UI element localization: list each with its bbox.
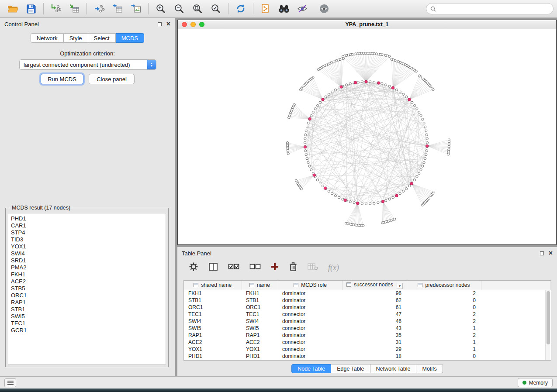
mcds-result-item[interactable]: TID3 [11, 236, 163, 243]
tab-network[interactable]: Network [31, 33, 64, 43]
apply-layout-icon[interactable] [232, 2, 250, 16]
scrollbar-thumb[interactable] [547, 291, 550, 344]
save-session-icon[interactable] [22, 2, 40, 16]
cell-shared-name[interactable]: STB1 [184, 297, 242, 304]
table-row[interactable]: SWI5SWI5connector431 [184, 325, 551, 332]
cell-successor-nodes[interactable]: 35 [343, 332, 407, 339]
deselect-all-icon[interactable] [249, 262, 261, 273]
mcds-result-item[interactable]: ORC1 [11, 292, 163, 299]
zoom-fit-icon[interactable] [188, 2, 207, 16]
float-panel-icon[interactable] [158, 22, 162, 26]
column-header-shared-name[interactable]: shared name [184, 281, 242, 290]
column-header-mcds-role[interactable]: MCDS role [278, 281, 343, 290]
table-row[interactable]: SWI4SWI4dominator462 [184, 318, 551, 325]
show-columns-icon[interactable] [208, 262, 218, 273]
tab-style[interactable]: Style [64, 33, 88, 43]
cell-mcds-role[interactable]: connector [278, 346, 343, 353]
cell-predecessor-nodes[interactable]: 1 [407, 339, 481, 346]
cell-predecessor-nodes[interactable]: 0 [407, 304, 481, 311]
table-row[interactable]: TEC1TEC1connector472 [184, 311, 551, 318]
delete-column-icon[interactable] [289, 262, 298, 273]
mcds-result-item[interactable]: STP4 [11, 229, 163, 236]
tab-node-table[interactable]: Node Table [291, 364, 331, 373]
table-row[interactable]: ORC1ORC1dominator610 [184, 304, 551, 311]
cell-name[interactable]: SWI4 [242, 318, 278, 325]
cell-shared-name[interactable]: PHD1 [184, 353, 242, 360]
column-header-predecessor-nodes[interactable]: predecessor nodes [407, 281, 481, 290]
close-panel-button[interactable]: Close panel [89, 74, 135, 84]
show-all-icon[interactable] [315, 2, 333, 16]
cell-shared-name[interactable]: ACE2 [184, 339, 242, 346]
select-all-icon[interactable] [228, 262, 239, 273]
tab-mcds[interactable]: MCDS [116, 33, 144, 43]
table-scrollbar[interactable] [545, 290, 550, 360]
cell-shared-name[interactable]: TEC1 [184, 311, 242, 318]
cell-successor-nodes[interactable]: 29 [343, 346, 407, 353]
cell-successor-nodes[interactable]: 18 [343, 353, 407, 360]
cell-predecessor-nodes[interactable]: 2 [407, 311, 481, 318]
cell-name[interactable]: STB1 [242, 297, 278, 304]
export-image-icon[interactable] [127, 2, 145, 16]
cell-predecessor-nodes[interactable]: 0 [407, 297, 481, 304]
cell-shared-name[interactable]: RAP1 [184, 332, 242, 339]
cell-name[interactable]: ACE2 [242, 339, 278, 346]
export-network-icon[interactable] [90, 2, 108, 16]
run-mcds-button[interactable]: Run MCDS [41, 74, 83, 84]
network-canvas[interactable] [178, 29, 556, 244]
table-row[interactable]: RAP1RAP1dominator352 [184, 332, 551, 339]
network-window-titlebar[interactable]: YPA_prune.txt_1 [178, 20, 556, 29]
cell-mcds-role[interactable]: connector [278, 325, 343, 332]
tab-network-table[interactable]: Network Table [370, 364, 417, 373]
cell-successor-nodes[interactable]: 43 [343, 325, 407, 332]
cell-predecessor-nodes[interactable]: 0 [407, 353, 481, 360]
mcds-result-item[interactable]: PMA2 [11, 264, 163, 271]
add-column-icon[interactable] [271, 263, 279, 272]
tab-select[interactable]: Select [88, 33, 116, 43]
export-table-icon[interactable] [108, 2, 127, 16]
mcds-result-item[interactable]: FKH1 [11, 271, 163, 278]
mcds-result-item[interactable]: TEC1 [11, 320, 163, 327]
zoom-out-icon[interactable] [170, 2, 188, 16]
criterion-dropdown[interactable]: largest connected component (undirected)… [19, 59, 156, 70]
hide-selected-icon[interactable] [293, 2, 311, 16]
mcds-result-item[interactable]: STB1 [11, 306, 163, 313]
float-panel-icon[interactable] [540, 251, 544, 255]
cell-name[interactable]: TEC1 [242, 311, 278, 318]
mcds-result-item[interactable]: GCR1 [11, 327, 163, 334]
mcds-result-list[interactable]: PHD1CAR1STP4TID3YOX1SWI4SRD1PMA2FKH1ACE2… [8, 213, 166, 364]
cell-predecessor-nodes[interactable]: 2 [407, 290, 481, 297]
table-row[interactable]: ACE2ACE2connector311 [184, 339, 551, 346]
close-panel-icon[interactable]: × [166, 21, 170, 27]
tab-edge-table[interactable]: Edge Table [331, 364, 370, 373]
search-input[interactable] [439, 6, 549, 12]
mcds-result-item[interactable]: CAR1 [11, 222, 163, 229]
column-settings-icon[interactable] [189, 262, 198, 273]
cell-mcds-role[interactable]: dominator [278, 332, 343, 339]
cell-mcds-role[interactable]: dominator [278, 318, 343, 325]
cell-shared-name[interactable]: ORC1 [184, 304, 242, 311]
mcds-result-item[interactable]: SWI4 [11, 250, 163, 257]
table-row[interactable]: STB1STB1dominator620 [184, 297, 551, 304]
cell-name[interactable]: FKH1 [242, 290, 278, 297]
mcds-result-item[interactable]: SWI5 [11, 313, 163, 320]
mcds-result-item[interactable]: YOX1 [11, 243, 163, 250]
find-icon[interactable] [275, 2, 293, 16]
table-row[interactable]: YOX1YOX1connector291 [184, 346, 551, 353]
cell-successor-nodes[interactable]: 46 [343, 318, 407, 325]
cell-shared-name[interactable]: SWI5 [184, 325, 242, 332]
import-table-icon[interactable] [65, 2, 83, 16]
cell-predecessor-nodes[interactable]: 1 [407, 346, 481, 353]
network-graph[interactable] [178, 29, 556, 244]
cell-mcds-role[interactable]: dominator [278, 290, 343, 297]
cell-predecessor-nodes[interactable]: 2 [407, 332, 481, 339]
cell-mcds-role[interactable]: connector [278, 339, 343, 346]
cell-shared-name[interactable]: FKH1 [184, 290, 242, 297]
mcds-result-item[interactable]: PHD1 [11, 215, 163, 222]
close-panel-icon[interactable]: × [549, 251, 553, 256]
mcds-result-item[interactable]: SRD1 [11, 257, 163, 264]
search-box[interactable] [426, 3, 554, 14]
table-row[interactable]: PHD1PHD1dominator180 [184, 353, 551, 360]
table-row[interactable]: FKH1FKH1dominator962 [184, 290, 551, 297]
open-file-icon[interactable] [3, 2, 22, 16]
cell-mcds-role[interactable]: dominator [278, 297, 343, 304]
